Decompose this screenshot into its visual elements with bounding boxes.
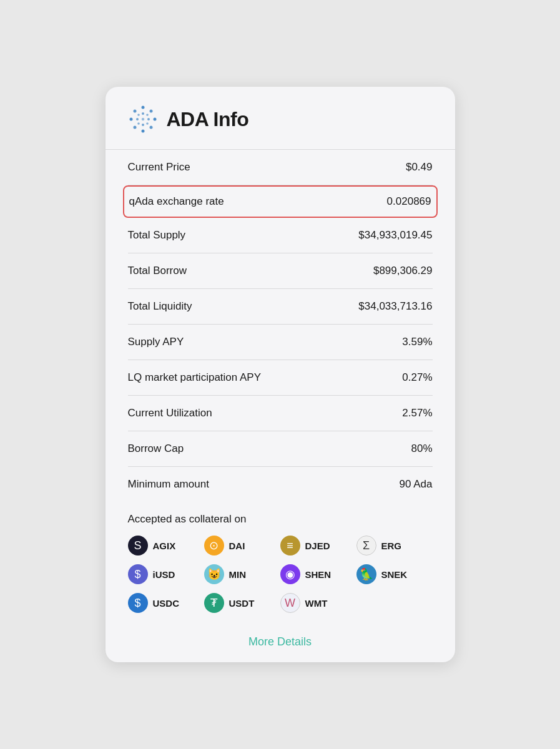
collateral-item: 🦜SNEK — [356, 564, 433, 584]
collateral-item: $iUSD — [128, 564, 204, 584]
info-row: Borrow Cap80% — [128, 431, 433, 467]
collateral-token-name: AGIX — [153, 541, 176, 551]
row-value: $899,306.29 — [373, 265, 433, 277]
collateral-item: 😺MIN — [204, 564, 280, 584]
row-value: 0.27% — [402, 371, 432, 384]
svg-point-1 — [141, 130, 144, 133]
svg-point-5 — [149, 110, 152, 113]
row-label: Total Supply — [128, 229, 186, 242]
row-label: Minimum amount — [128, 478, 209, 491]
row-label: Current Price — [128, 161, 190, 174]
row-value: 2.57% — [402, 407, 432, 419]
collateral-item: SAGIX — [128, 536, 204, 556]
wmt-icon: W — [280, 593, 300, 613]
collateral-token-name: iUSD — [153, 569, 175, 580]
collateral-label: Accepted as collateral on — [128, 513, 433, 526]
info-row: Supply APY3.59% — [128, 325, 433, 360]
row-label: qAda exchange rate — [129, 195, 224, 208]
svg-point-6 — [133, 126, 136, 129]
collateral-section: Accepted as collateral on SAGIX⊙DAI≡DJED… — [128, 502, 433, 624]
info-row: LQ market participation APY0.27% — [128, 360, 433, 396]
agix-icon: S — [128, 536, 148, 556]
collateral-token-name: MIN — [229, 569, 247, 580]
svg-point-14 — [137, 122, 140, 125]
row-value: 90 Ada — [400, 478, 433, 491]
snek-icon: 🦜 — [356, 564, 376, 584]
collateral-grid: SAGIX⊙DAI≡DJEDΣERG$iUSD😺MIN◉SHEN🦜SNEK$US… — [128, 536, 433, 613]
svg-point-3 — [153, 118, 156, 121]
svg-point-13 — [146, 114, 149, 116]
collateral-item: ≡DJED — [280, 536, 356, 556]
row-value: 3.59% — [402, 336, 432, 348]
collateral-token-name: DJED — [305, 541, 330, 551]
dai-icon: ⊙ — [204, 536, 224, 556]
ada-logo-icon — [128, 104, 158, 134]
more-details-link[interactable]: More Details — [248, 635, 312, 648]
shen-icon: ◉ — [280, 564, 300, 584]
info-row: qAda exchange rate0.020869 — [123, 185, 438, 218]
row-label: Borrow Cap — [128, 443, 184, 455]
collateral-token-name: USDC — [153, 598, 180, 609]
row-value: 0.020869 — [387, 195, 431, 208]
svg-point-0 — [141, 106, 144, 109]
ada-info-card: ADA Info Current Price$0.49qAda exchange… — [106, 87, 455, 662]
card-footer: More Details — [106, 624, 455, 657]
collateral-token-name: WMT — [305, 598, 328, 609]
info-row: Current Price$0.49 — [128, 150, 433, 185]
collateral-token-name: SHEN — [305, 569, 332, 580]
info-row: Minimum amount90 Ada — [128, 467, 433, 502]
info-content: Current Price$0.49qAda exchange rate0.02… — [106, 150, 455, 624]
svg-point-12 — [137, 114, 140, 116]
row-label: Total Borrow — [128, 265, 187, 277]
row-value: $0.49 — [406, 161, 433, 174]
info-row: Total Supply$34,933,019.45 — [128, 218, 433, 253]
djed-icon: ≡ — [280, 536, 300, 556]
collateral-item: ΣERG — [356, 536, 433, 556]
usdt-icon: ₮ — [204, 593, 224, 613]
svg-point-10 — [136, 118, 139, 120]
page-title: ADA Info — [167, 108, 249, 131]
collateral-item: ₮USDT — [204, 593, 280, 613]
row-label: Total Liquidity — [128, 300, 192, 313]
svg-point-11 — [147, 118, 150, 120]
row-label: Supply APY — [128, 336, 184, 348]
svg-point-15 — [146, 122, 149, 125]
info-row: Total Liquidity$34,033,713.16 — [128, 289, 433, 325]
collateral-item: ⊙DAI — [204, 536, 280, 556]
usdc-icon: $ — [128, 593, 148, 613]
card-header: ADA Info — [106, 87, 455, 150]
row-value: 80% — [411, 443, 432, 455]
collateral-item: ◉SHEN — [280, 564, 356, 584]
svg-point-16 — [141, 118, 144, 120]
min-icon: 😺 — [204, 564, 224, 584]
collateral-token-name: DAI — [229, 541, 245, 551]
svg-point-8 — [142, 112, 144, 115]
info-row: Total Borrow$899,306.29 — [128, 253, 433, 289]
row-label: LQ market participation APY — [128, 371, 262, 384]
collateral-token-name: SNEK — [381, 569, 408, 580]
svg-point-2 — [129, 118, 132, 121]
collateral-item: $USDC — [128, 593, 204, 613]
erg-icon: Σ — [356, 536, 376, 556]
collateral-token-name: USDT — [229, 598, 255, 609]
collateral-token-name: ERG — [381, 541, 402, 551]
svg-point-4 — [133, 110, 136, 113]
svg-point-7 — [149, 126, 152, 129]
svg-point-9 — [142, 124, 144, 126]
row-value: $34,933,019.45 — [358, 229, 432, 242]
iusd-icon: $ — [128, 564, 148, 584]
info-row: Current Utilization2.57% — [128, 396, 433, 431]
collateral-item: WWMT — [280, 593, 356, 613]
row-value: $34,033,713.16 — [358, 300, 432, 313]
row-label: Current Utilization — [128, 407, 212, 419]
